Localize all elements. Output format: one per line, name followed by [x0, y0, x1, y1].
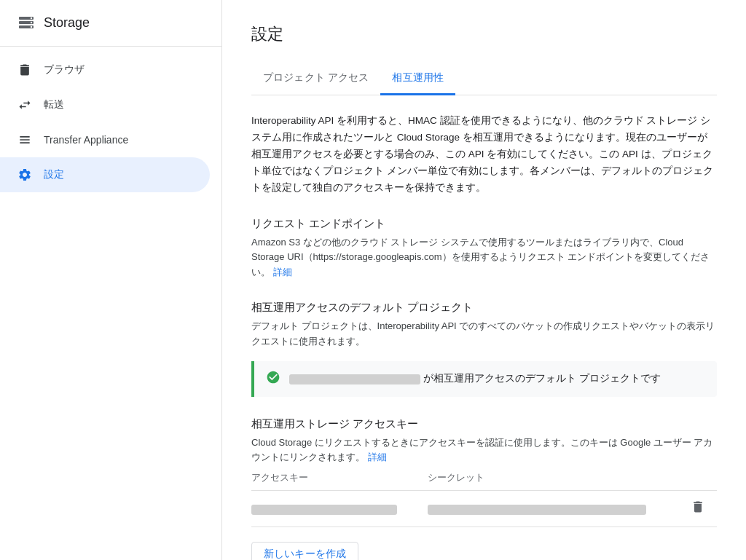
blurred-secret — [428, 505, 646, 515]
transfer-icon — [17, 98, 32, 112]
svg-point-4 — [31, 22, 32, 23]
delete-icon[interactable] — [688, 500, 708, 520]
svg-point-3 — [31, 17, 32, 19]
tab-interoperability[interactable]: 相互運用性 — [380, 63, 455, 95]
access-keys-link[interactable]: 詳細 — [368, 451, 387, 462]
sidebar-item-transfer-appliance[interactable]: Transfer Appliance — [0, 122, 210, 157]
intro-text: Interoperability API を利用すると、HMAC 認証を使用でき… — [251, 113, 717, 197]
access-keys-desc: Cloud Storage にリクエストするときにアクセスキーを認証に使用します… — [251, 435, 717, 466]
access-keys-title: 相互運用ストレージ アクセスキー — [251, 417, 717, 431]
tab-project-access[interactable]: プロジェクト アクセス — [251, 63, 380, 95]
check-circle-icon — [266, 370, 280, 388]
sidebar-item-appliance-label: Transfer Appliance — [44, 134, 128, 146]
page-title: 設定 — [251, 23, 717, 45]
request-endpoint-section: リクエスト エンドポイント Amazon S3 などの他のクラウド ストレージ … — [251, 217, 717, 280]
storage-app-icon — [17, 13, 35, 33]
sidebar-item-transfer[interactable]: 転送 — [0, 87, 210, 122]
request-endpoint-desc: Amazon S3 などの他のクラウド ストレージ システムで使用するツールまた… — [251, 235, 717, 280]
default-project-banner: が相互運用アクセスのデフォルト プロジェクトです — [251, 361, 717, 397]
blurred-access-key — [251, 505, 397, 515]
default-project-section: 相互運用アクセスのデフォルト プロジェクト デフォルト プロジェクトは、Inte… — [251, 301, 717, 397]
blurred-project-name — [289, 374, 420, 384]
col-action-header — [688, 465, 717, 491]
access-keys-table: アクセスキー シークレット — [251, 465, 717, 527]
sidebar-item-browser-label: ブラウザ — [44, 63, 85, 76]
request-endpoint-link[interactable]: 詳細 — [273, 267, 292, 277]
tabs-bar: プロジェクト アクセス 相互運用性 — [251, 63, 717, 95]
sidebar: Storage ブラウザ 転送 — [0, 0, 222, 560]
appliance-icon — [17, 133, 32, 147]
secret-value — [428, 491, 688, 527]
col-secret-header: シークレット — [428, 465, 688, 491]
settings-icon — [17, 167, 32, 182]
table-row — [251, 491, 717, 527]
svg-point-5 — [31, 26, 32, 28]
access-keys-section: 相互運用ストレージ アクセスキー Cloud Storage にリクエストすると… — [251, 417, 717, 560]
access-key-value — [251, 491, 428, 527]
request-endpoint-title: リクエスト エンドポイント — [251, 217, 717, 231]
delete-key-cell[interactable] — [688, 491, 717, 527]
sidebar-header: Storage — [0, 0, 221, 47]
col-access-key-header: アクセスキー — [251, 465, 428, 491]
create-key-button[interactable]: 新しいキーを作成 — [251, 542, 358, 560]
banner-text: が相互運用アクセスのデフォルト プロジェクトです — [289, 372, 661, 385]
default-project-title: 相互運用アクセスのデフォルト プロジェクト — [251, 301, 717, 315]
sidebar-item-browser[interactable]: ブラウザ — [0, 52, 210, 87]
sidebar-item-transfer-label: 転送 — [44, 98, 64, 111]
bucket-icon — [17, 63, 32, 77]
main-content: 設定 プロジェクト アクセス 相互運用性 Interoperability AP… — [222, 0, 746, 560]
sidebar-nav: ブラウザ 転送 Transfer Appliance — [0, 47, 221, 192]
default-project-desc: デフォルト プロジェクトは、Interoperability API でのすべて… — [251, 319, 717, 350]
sidebar-item-settings[interactable]: 設定 — [0, 157, 210, 192]
intro-section: Interoperability API を利用すると、HMAC 認証を使用でき… — [251, 113, 717, 197]
sidebar-item-settings-label: 設定 — [44, 168, 64, 181]
app-title: Storage — [44, 15, 90, 31]
